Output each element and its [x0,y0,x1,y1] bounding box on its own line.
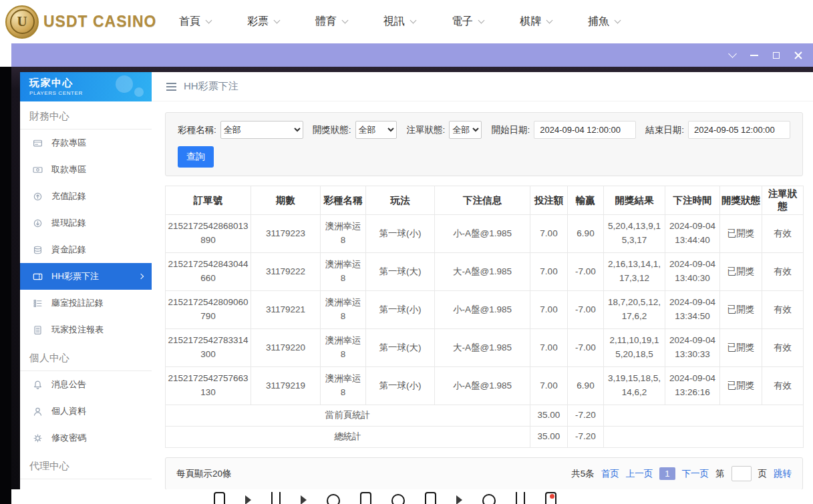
table-row: 215217254280906079031179221澳洲幸运8第一球(小)小-… [166,291,804,329]
table-cell: 7.00 [530,215,568,253]
table-cell: 2,16,13,14,1,17,3,12 [604,253,665,291]
prev-page-link[interactable]: 上一页 [626,468,653,480]
nav-item-label: 視訊 [383,15,405,29]
table-cell: 2152172542868013890 [166,215,251,253]
brand-name: USDT CASINO [43,13,156,31]
chevron-down-icon [410,17,417,24]
page-title: HH彩票下注 [184,80,238,93]
end-date-input[interactable] [688,121,790,139]
window-minimize-icon[interactable] [750,55,758,56]
main-panel: HH彩票下注 彩種名稱: 全部 開獎狀態: 全部 注單狀態: 全部 開始日期: [152,72,813,489]
sidebar-item[interactable]: 個人資料 [20,398,152,425]
sidebar-item[interactable]: 資金記錄 [20,236,152,263]
table-cell: 2,11,10,19,15,20,18,5 [604,329,665,367]
summary-empty-cell [604,405,804,427]
logo-letter: U [10,9,35,34]
sidebar-item[interactable]: HH彩票下注 [20,263,152,290]
table-cell: 2152172542757663130 [166,367,251,405]
column-header: 注單狀態 [762,186,804,215]
bet-status-select[interactable]: 全部 [449,121,482,139]
current-page[interactable]: 1 [659,467,675,480]
window-collapse-icon[interactable] [728,49,737,58]
table-cell: 31179220 [251,329,321,367]
lottery-name-select[interactable]: 全部 [220,121,303,139]
start-date-input[interactable] [534,121,636,139]
table-cell: 已開獎 [720,215,762,253]
table-cell: -7.00 [568,253,604,291]
page-background-left [0,67,11,504]
nav-item-label: 電子 [452,15,473,29]
sidebar-item[interactable]: 提現記錄 [20,210,152,236]
table-cell: 2024-09-04 13:30:33 [665,329,720,367]
nav-item-6[interactable]: 棋牌 [520,15,552,29]
search-button[interactable]: 查詢 [178,146,214,168]
start-date-label: 開始日期: [491,124,530,136]
menu-toggle-icon[interactable] [166,83,176,91]
chevron-down-icon [615,17,621,24]
nav-item-5[interactable]: 電子 [452,15,484,29]
pagination-bar: 每頁顯示20條 共5条 首页 上一页 1 下一页 第 页 跳转 [165,457,803,489]
nav-item-2[interactable]: 彩票 [247,15,279,29]
sidebar-item[interactable]: 取款專區 [20,156,152,183]
sidebar-item[interactable]: 存款專區 [20,130,152,156]
background-page-icons [214,492,556,504]
draw-status-select[interactable]: 全部 [355,121,397,139]
nav-item-label: 棋牌 [520,15,541,29]
summary-bet-total: 35.00 [530,427,568,448]
nav-item-label: 首頁 [179,15,200,29]
page-jump-input[interactable] [731,466,752,481]
table-cell: 2024-09-04 13:26:16 [665,367,720,405]
window-maximize-icon[interactable] [773,52,780,59]
table-cell: 澳洲幸运8 [321,291,366,329]
table-row: 215217254275766313031179219澳洲幸运8第一球(小)小-… [166,367,804,405]
table-cell: 小-A盤@1.985 [435,291,530,329]
sidebar-item[interactable]: 玩家投注報表 [20,316,152,343]
brand-logo[interactable]: U USDT CASINO [5,5,156,39]
nav-item-label: 彩票 [247,15,269,29]
sidebar-item-label: 資金記錄 [51,244,86,256]
usdt-casino-logo-icon: U [5,5,39,39]
content: 彩種名稱: 全部 開獎狀態: 全部 注單狀態: 全部 開始日期: 結束日期: 查… [152,101,813,489]
table-cell: 有效 [762,291,804,329]
nav-item-1[interactable]: 首頁 [179,15,211,29]
sidebar-sections: 財務中心存款專區取款專區充值記錄提現記錄資金記錄HH彩票下注廳室投註記錄玩家投注… [20,101,152,479]
sidebar-item[interactable]: 修改密碼 [20,425,152,451]
sidebar-header: 玩家中心 PLAYERS CENTER [20,72,152,101]
summary-winloss-total: -7.20 [568,427,604,448]
main-nav: 首頁彩票體育視訊電子棋牌捕魚 [179,0,620,43]
sidebar-item[interactable]: 消息公告 [20,371,152,398]
first-page-link[interactable]: 首页 [601,468,619,480]
column-header: 期數 [251,186,321,215]
draw-status-label: 開獎狀態: [313,124,351,136]
jump-prefix-text: 第 [715,468,725,480]
next-page-link[interactable]: 下一页 [682,468,709,480]
sidebar-item[interactable]: 廳室投註記錄 [20,290,152,316]
sidebar-item-label: 玩家投注報表 [51,324,104,336]
nav-item-3[interactable]: 體育 [315,15,347,29]
top-navigation-bar: U USDT CASINO 首頁彩票體育視訊電子棋牌捕魚 [0,0,813,43]
sidebar-item-label: 充值記錄 [51,190,86,202]
jump-button[interactable]: 跳转 [774,468,792,480]
user-icon [33,407,43,417]
column-header: 投注額 [530,186,568,215]
table-cell: 澳洲幸运8 [321,367,366,405]
window-titlebar [11,43,813,67]
table-cell: -7.00 [568,329,604,367]
table-cell: 已開獎 [720,253,762,291]
withdraw-icon [33,165,43,175]
sidebar-item-label: 提現記錄 [51,217,86,229]
nav-item-7[interactable]: 捕魚 [588,15,620,29]
table-cell: 6.90 [568,367,604,405]
table-cell: 已開獎 [720,329,762,367]
hall-record-icon [33,298,43,308]
table-cell: 澳洲幸运8 [321,329,366,367]
nav-item-4[interactable]: 視訊 [383,15,416,29]
sidebar-item-label: 存款專區 [51,137,86,149]
table-cell: 小-A盤@1.985 [435,215,530,253]
report-icon [33,325,43,335]
window-close-icon[interactable] [794,51,802,59]
table-cell: 7.00 [530,367,568,405]
table-cell: 3,19,15,18,5,14,6,2 [604,367,665,405]
sidebar-item[interactable]: 充值記錄 [20,183,152,210]
table-header-row: 訂單號期數彩種名稱玩法下注信息投注額輸贏開獎結果下注時間開獎狀態注單狀態 [166,186,804,215]
